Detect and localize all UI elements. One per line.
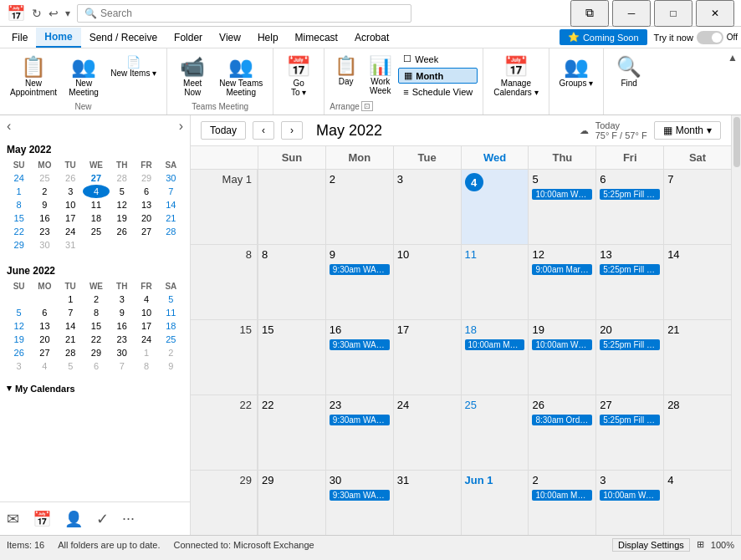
cal-day-num[interactable]: 3 bbox=[397, 173, 457, 186]
week-btn[interactable]: ☐ Week bbox=[398, 52, 478, 66]
may-day-cell[interactable]: 8 bbox=[7, 198, 31, 211]
cal-day-num[interactable]: 18 bbox=[465, 323, 525, 336]
cal-day-num[interactable]: 25 bbox=[465, 399, 525, 411]
cal-day-num[interactable]: 4 bbox=[667, 474, 728, 486]
cal-day[interactable]: 3 bbox=[393, 170, 461, 244]
june-day-cell[interactable]: 22 bbox=[83, 333, 110, 346]
cal-event[interactable]: 5:25pm Fill out & sub... bbox=[600, 189, 660, 200]
new-appointment-btn[interactable]: 📋 NewAppointment bbox=[5, 52, 62, 100]
may-day-cell[interactable]: 6 bbox=[134, 185, 158, 198]
schedule-view-btn[interactable]: ≡ Schedule View bbox=[398, 85, 478, 99]
june-day-cell[interactable]: 12 bbox=[7, 319, 31, 333]
cal-day-num[interactable]: 23 bbox=[330, 399, 390, 411]
menu-send-receive[interactable]: Send / Receive bbox=[81, 28, 166, 47]
cal-day[interactable]: 310:00am WAMS Mar... bbox=[595, 471, 663, 535]
more-nav-icon[interactable]: ··· bbox=[122, 510, 135, 527]
cal-day[interactable]: 10 bbox=[393, 245, 461, 319]
cal-day[interactable]: 268:30am Order brea... bbox=[528, 395, 595, 470]
cal-day-num[interactable]: 29 bbox=[262, 474, 322, 486]
search-input[interactable] bbox=[100, 8, 404, 19]
may-day-cell[interactable]: 25 bbox=[31, 171, 58, 185]
june-day-cell[interactable]: 8 bbox=[134, 359, 158, 373]
display-settings-btn[interactable]: Display Settings bbox=[612, 538, 690, 552]
june-day-cell[interactable]: 4 bbox=[31, 359, 58, 373]
cal-event[interactable]: 9:30am WAMS Mo... bbox=[330, 264, 390, 275]
cal-day-num[interactable]: 6 bbox=[600, 173, 660, 186]
june-day-cell[interactable]: 9 bbox=[159, 359, 183, 373]
cal-day[interactable]: 21 bbox=[663, 320, 731, 395]
cal-day-num[interactable]: 30 bbox=[330, 474, 390, 486]
month-btn[interactable]: ▦ Month bbox=[398, 68, 478, 84]
cal-day[interactable]: 309:30am WAMS Mo... bbox=[325, 471, 393, 535]
ribbon-collapse-btn[interactable]: ▲ bbox=[728, 52, 738, 64]
undo-btn[interactable]: ↩ bbox=[49, 7, 59, 20]
cal-day[interactable]: 11 bbox=[461, 245, 529, 319]
cal-day[interactable]: 1810:00am Marketing ... bbox=[461, 320, 529, 395]
cal-day-num[interactable]: 9 bbox=[330, 248, 390, 261]
may-day-cell[interactable]: 14 bbox=[159, 198, 183, 211]
cal-day[interactable]: 4 bbox=[663, 471, 731, 535]
may-day-cell[interactable]: 9 bbox=[31, 198, 58, 211]
may-day-cell[interactable]: 26 bbox=[59, 171, 83, 185]
june-day-cell[interactable]: 1 bbox=[59, 293, 83, 306]
cal-event[interactable]: 5:25pm Fill out & sub... bbox=[600, 264, 660, 275]
cal-day-num[interactable]: 10 bbox=[397, 248, 457, 261]
cal-day[interactable]: 7 bbox=[663, 170, 731, 244]
june-day-cell[interactable]: 10 bbox=[134, 306, 158, 319]
june-day-cell[interactable]: 7 bbox=[59, 306, 83, 319]
cal-day-num[interactable]: 12 bbox=[532, 248, 592, 261]
cal-day-num[interactable]: 11 bbox=[465, 248, 525, 261]
may-day-cell[interactable]: 15 bbox=[7, 211, 31, 225]
sidebar-next-btn[interactable]: › bbox=[179, 119, 183, 134]
manage-calendars-btn[interactable]: 📅 ManageCalendars ▾ bbox=[488, 52, 543, 100]
cal-day[interactable]: 24 bbox=[393, 395, 461, 470]
cal-day-num[interactable]: 21 bbox=[667, 323, 728, 336]
june-day-cell[interactable]: 2 bbox=[159, 346, 183, 359]
june-day-cell[interactable]: 14 bbox=[59, 319, 83, 333]
may-day-cell[interactable]: 30 bbox=[31, 238, 58, 252]
cal-day-num[interactable]: 16 bbox=[330, 323, 390, 336]
may-day-cell[interactable]: 2 bbox=[31, 185, 58, 198]
cal-event[interactable]: 10:00am WAMS Mar... bbox=[532, 189, 592, 200]
cal-day-num[interactable]: 2 bbox=[330, 173, 390, 186]
cal-day-num[interactable]: 2 bbox=[532, 474, 592, 486]
cal-day-num[interactable]: 27 bbox=[600, 399, 660, 411]
cal-day[interactable]: 15 bbox=[258, 320, 325, 395]
cal-next-btn[interactable]: › bbox=[281, 121, 303, 140]
cal-day[interactable] bbox=[258, 170, 325, 244]
june-day-cell[interactable]: 30 bbox=[110, 346, 134, 359]
may-day-cell[interactable]: 24 bbox=[7, 171, 31, 185]
cal-day[interactable]: 510:00am WAMS Mar... bbox=[528, 170, 595, 244]
cal-day[interactable]: 99:30am WAMS Mo... bbox=[325, 245, 393, 319]
cal-day[interactable]: 28 bbox=[663, 395, 731, 470]
may-day-cell[interactable]: 7 bbox=[159, 185, 183, 198]
may-day-cell[interactable]: 29 bbox=[134, 171, 158, 185]
month-view-btn[interactable]: ▦ Month ▾ bbox=[654, 121, 721, 140]
may-day-cell[interactable]: 19 bbox=[110, 211, 134, 225]
menu-home[interactable]: Home bbox=[36, 28, 80, 48]
new-meeting-btn[interactable]: 👥 NewMeeting bbox=[64, 52, 104, 100]
search-box[interactable]: 🔍 bbox=[77, 4, 411, 23]
go-to-btn[interactable]: 📅 GoTo ▾ bbox=[279, 52, 319, 100]
may-day-cell[interactable]: 21 bbox=[159, 211, 183, 225]
cal-day-num[interactable]: 14 bbox=[667, 248, 728, 261]
june-day-cell[interactable]: 17 bbox=[134, 319, 158, 333]
tasks-nav-icon[interactable]: ✓ bbox=[96, 510, 109, 528]
new-items-btn[interactable]: 📄 New Items ▾ bbox=[105, 52, 161, 81]
cal-day-num[interactable]: 15 bbox=[262, 323, 322, 336]
cal-event[interactable]: 5:25pm Fill out & sub... bbox=[600, 415, 660, 425]
may-day-cell[interactable]: 17 bbox=[59, 211, 83, 225]
june-day-cell[interactable]: 26 bbox=[7, 346, 31, 359]
june-day-cell[interactable]: 13 bbox=[31, 319, 58, 333]
may-day-cell[interactable]: 28 bbox=[159, 225, 183, 238]
may-day-cell[interactable] bbox=[159, 238, 183, 252]
cal-day-num[interactable]: 13 bbox=[600, 248, 660, 261]
cal-day[interactable]: 8 bbox=[258, 245, 325, 319]
june-day-cell[interactable]: 3 bbox=[7, 359, 31, 373]
may-day-cell[interactable]: 13 bbox=[134, 198, 158, 211]
june-day-cell[interactable]: 11 bbox=[159, 306, 183, 319]
cal-day-num[interactable]: 3 bbox=[600, 474, 660, 486]
may-day-cell[interactable]: 4 bbox=[83, 185, 110, 198]
cal-day[interactable]: 129:00am Marketing ... bbox=[528, 245, 595, 319]
cal-day[interactable]: Jun 1 bbox=[461, 471, 529, 535]
